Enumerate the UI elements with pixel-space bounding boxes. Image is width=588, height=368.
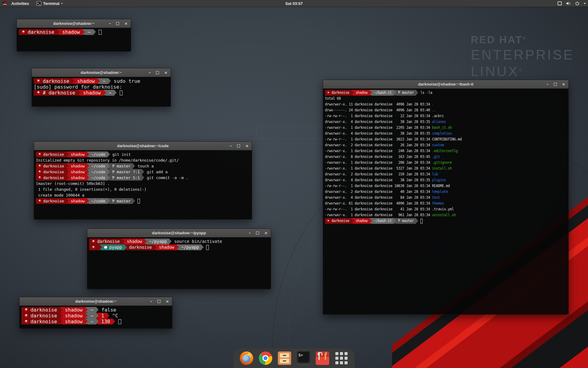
output-line: [sudo] password for darknoise: bbox=[34, 84, 169, 90]
close-button[interactable]: × bbox=[124, 21, 128, 25]
close-button[interactable]: × bbox=[164, 71, 168, 75]
toolbox-icon[interactable] bbox=[316, 351, 329, 365]
file-list-row: -rwxrwxr-x. 1 darknoise darknoise 2205 J… bbox=[325, 125, 567, 131]
terminal-window: darknoise@shadow:~/code–×darknoiseshadow… bbox=[34, 141, 252, 220]
prompt-line: darknoiseshadow~/codeƤ master bbox=[36, 198, 250, 204]
maximize-button[interactable] bbox=[116, 22, 119, 25]
terminal-icon[interactable]: $> bbox=[297, 351, 310, 365]
powerline-arrow-icon bbox=[87, 151, 89, 157]
prompt-segment: ~ bbox=[100, 78, 108, 84]
close-button[interactable]: × bbox=[562, 82, 565, 86]
file-list-row: drwxrwxr-x. 4 darknoise darknoise 38 Jan… bbox=[325, 119, 567, 125]
terminal-content[interactable]: darknoiseshadow~/pyappsource bin/activat… bbox=[87, 237, 271, 289]
prompt-line: darknoiseshadow~/bash-itƤ masterls -la bbox=[325, 90, 567, 96]
redhat-prompt-icon bbox=[38, 164, 41, 168]
maximize-button[interactable] bbox=[554, 83, 557, 86]
powerline-arrow-icon bbox=[100, 244, 102, 250]
maximize-button[interactable] bbox=[157, 300, 160, 303]
prompt-segment: shadow bbox=[62, 313, 85, 319]
command-text: source bin/activate bbox=[172, 239, 222, 244]
maximize-button[interactable] bbox=[256, 232, 259, 235]
powerline-arrow-icon bbox=[87, 163, 89, 169]
prompt-segment: darknoise bbox=[325, 90, 351, 96]
dock: $> bbox=[233, 348, 355, 368]
powerline-arrow-icon bbox=[176, 244, 179, 250]
prompt-segment: ~/code bbox=[89, 151, 107, 157]
terminal-content[interactable]: darknoiseshadow~/codegit initInitialized… bbox=[34, 150, 252, 219]
terminal-window: darknoise@shadow:~–×darknoiseshadow~sudo… bbox=[32, 68, 171, 107]
window-titlebar[interactable]: darknoise@shadow:~/bash-it–× bbox=[323, 80, 568, 89]
file-list-row: -rw-rw-r--. 1 darknoise darknoise 41 Jan… bbox=[325, 206, 567, 212]
volume-icon[interactable] bbox=[566, 1, 571, 6]
prompt-segment: ~/code bbox=[89, 163, 107, 169]
caret-down-icon[interactable] bbox=[583, 2, 586, 5]
minimize-button[interactable]: – bbox=[149, 71, 151, 75]
prompt-segment: ~/pyapp bbox=[147, 239, 169, 244]
terminal-content[interactable]: darknoiseshadow~falsedarknoiseshadow~1^C… bbox=[20, 306, 172, 328]
minimize-button[interactable]: – bbox=[109, 21, 111, 25]
prompt-segment: darknoise bbox=[21, 307, 60, 313]
minimize-button[interactable]: – bbox=[547, 82, 549, 86]
terminal-cursor bbox=[99, 30, 102, 35]
activities-button[interactable]: Activities bbox=[11, 1, 29, 6]
minimize-button[interactable]: – bbox=[230, 144, 232, 148]
file-list-row: drwxrwxr-x. 4 darknoise darknoise 38 Jan… bbox=[325, 131, 567, 136]
close-button[interactable]: × bbox=[166, 299, 169, 303]
close-button[interactable]: × bbox=[245, 144, 249, 148]
file-name: .. bbox=[432, 108, 436, 112]
powerline-arrow-icon bbox=[107, 151, 110, 157]
powerline-arrow-icon bbox=[87, 169, 89, 174]
terminal-content[interactable]: darknoiseshadow~sudo true[sudo] password… bbox=[32, 77, 171, 106]
power-icon[interactable] bbox=[575, 1, 579, 6]
powerline-arrow-icon bbox=[114, 90, 117, 95]
file-name: install.sh bbox=[432, 166, 452, 171]
file-list-row: drwxrwxr-x. 2 darknoise darknoise 40 Jan… bbox=[325, 189, 567, 195]
window-titlebar[interactable]: darknoise@shadow:~/code–× bbox=[34, 142, 252, 150]
window-title: darknoise@shadow:~ bbox=[20, 299, 172, 304]
prompt-segment: ~/bash-it bbox=[372, 218, 394, 224]
window-titlebar[interactable]: darknoise@shadow:~–× bbox=[32, 68, 171, 77]
maximize-button[interactable] bbox=[237, 144, 240, 148]
firefox-icon[interactable] bbox=[240, 351, 253, 365]
prompt-segment: ~ bbox=[88, 307, 96, 313]
chrome-icon[interactable] bbox=[259, 351, 272, 365]
display-icon[interactable] bbox=[557, 1, 562, 6]
prompt-line: darknoiseshadow~1^C bbox=[21, 313, 170, 319]
prompt-segment: ~ bbox=[85, 29, 93, 35]
powerline-arrow-icon bbox=[108, 78, 111, 84]
clock[interactable]: Sat 03:57 bbox=[285, 1, 303, 6]
window-titlebar[interactable]: darknoise@shadow:~/pyapp–× bbox=[87, 229, 271, 237]
command-text: false bbox=[99, 307, 116, 313]
prompt-segment: darknoise bbox=[21, 319, 60, 324]
file-name: test bbox=[432, 195, 440, 200]
minimize-button[interactable]: – bbox=[249, 231, 251, 235]
powerline-arrow-icon bbox=[394, 218, 396, 224]
file-name: themes bbox=[432, 201, 444, 205]
output-line: total 68 bbox=[325, 96, 567, 102]
window-titlebar[interactable]: darknoise@shadow:~–× bbox=[17, 19, 131, 28]
powerline-arrow-icon bbox=[107, 163, 110, 169]
powerline-arrow-icon bbox=[113, 319, 115, 324]
prompt-segment: ~/code bbox=[89, 169, 107, 175]
maximize-button[interactable] bbox=[156, 71, 159, 74]
powerline-arrow-icon bbox=[107, 313, 109, 318]
powerline-arrow-icon bbox=[60, 307, 62, 312]
terminal-content[interactable]: darknoiseshadow~/bash-itƤ masterls -lato… bbox=[323, 89, 568, 314]
minimize-button[interactable]: – bbox=[150, 299, 153, 303]
prompt-segment: ~/code bbox=[89, 198, 107, 204]
prompt-segment: Ƥ master bbox=[110, 163, 133, 169]
window-titlebar[interactable]: darknoise@shadow:~–× bbox=[20, 297, 172, 306]
terminal-content[interactable]: darknoiseshadow~ bbox=[17, 28, 131, 51]
app-grid-icon[interactable] bbox=[335, 351, 348, 365]
window-title: darknoise@shadow:~/code bbox=[34, 144, 252, 148]
redhat-prompt-icon bbox=[24, 314, 28, 318]
close-button[interactable]: × bbox=[264, 231, 268, 235]
file-list-row: drwxrwxr-x. 61 darknoise darknoise 4096 … bbox=[325, 201, 567, 206]
file-list-row: -rwxrwxr-x. 1 darknoise darknoise 240 Ja… bbox=[325, 148, 567, 154]
prompt-segment: ~ bbox=[88, 313, 96, 319]
app-menu-terminal[interactable]: >_ Terminal ▾ bbox=[36, 1, 62, 6]
redhat-prompt-icon bbox=[92, 246, 95, 249]
powerline-arrow-icon bbox=[85, 307, 88, 312]
prompt-segment: 1 bbox=[99, 313, 107, 319]
file-manager-icon[interactable] bbox=[278, 351, 291, 365]
